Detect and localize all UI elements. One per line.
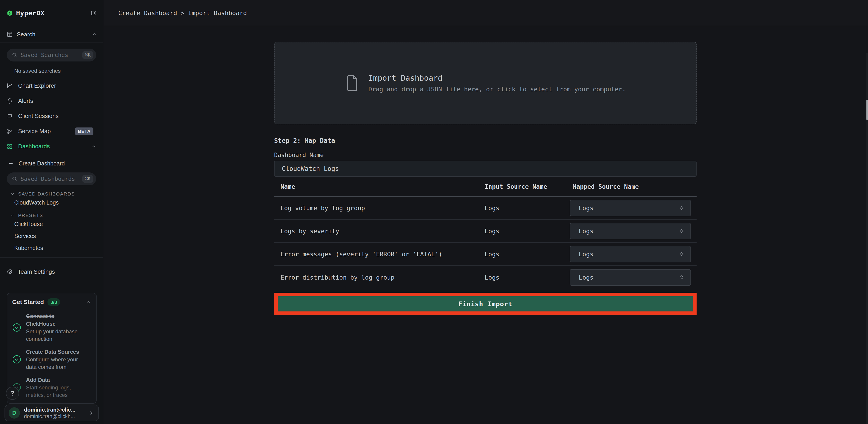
mapped-source-value: Logs — [579, 204, 678, 211]
get-started-item-add-data[interactable]: Add Data Start sending logs, metrics, or… — [12, 376, 96, 399]
get-started-item-title: Create Data Sources — [26, 348, 83, 356]
saved-searches-searchbox[interactable]: ⌘K — [7, 48, 96, 62]
column-header-input-source: Input Source Name — [485, 183, 570, 190]
breadcrumb: Create Dashboard > Import Dashboard — [118, 9, 247, 17]
search-section-icon — [7, 31, 13, 37]
sidebar-item-chart-explorer[interactable]: Chart Explorer — [0, 78, 103, 93]
chevron-up-icon — [86, 299, 91, 305]
create-dashboard-label: Create Dashboard — [19, 160, 65, 167]
chart-name-cell: Log volume by log group — [274, 204, 485, 211]
mapped-source-value: Logs — [579, 251, 678, 258]
select-updown-icon — [678, 228, 685, 234]
sidebar-item-alerts[interactable]: Alerts — [0, 93, 103, 108]
get-started-item-sources[interactable]: Create Data Sources Configure where your… — [12, 348, 96, 371]
chevron-down-icon — [10, 191, 15, 196]
select-updown-icon — [678, 204, 685, 211]
group-presets[interactable]: PRESETS — [10, 213, 103, 218]
topbar: Create Dashboard > Import Dashboard — [104, 0, 868, 26]
preset-kubernetes[interactable]: Kubernetes — [0, 242, 103, 254]
get-started-title: Get Started — [12, 299, 44, 305]
main-content: Import Dashboard Drag and drop a JSON fi… — [104, 27, 868, 424]
input-source-cell: Logs — [485, 251, 570, 258]
logo-text: HyperDX — [16, 9, 44, 17]
plus-icon — [8, 161, 13, 166]
breadcrumb-create-dashboard[interactable]: Create Dashboard — [118, 9, 177, 17]
input-source-cell: Logs — [485, 228, 570, 235]
get-started-item-title: Connect to ClickHouse — [26, 312, 83, 328]
sidebar: HyperDX Search ⌘K No saved searches — [0, 0, 103, 424]
breadcrumb-import-dashboard[interactable]: Import Dashboard — [188, 9, 247, 17]
check-circle-icon — [12, 323, 21, 332]
user-email: dominic.tran@clickh... — [24, 413, 84, 420]
collapse-sidebar-icon[interactable] — [91, 10, 97, 16]
hyperdx-logo[interactable]: HyperDX — [7, 9, 44, 17]
dashboards-icon — [7, 143, 13, 150]
group-saved-dashboards[interactable]: SAVED DASHBOARDS — [10, 191, 103, 197]
sidebar-nav: Chart Explorer Alerts Client Sessions — [0, 78, 103, 154]
team-settings-button[interactable]: Team Settings — [0, 264, 103, 280]
hyperdx-logo-icon — [7, 10, 13, 16]
sidebar-header: HyperDX — [0, 0, 103, 26]
mapped-source-select[interactable]: Logs — [570, 269, 691, 286]
sidebar-item-label: Dashboards — [18, 143, 50, 150]
mapped-source-value: Logs — [579, 228, 678, 235]
column-header-mapped-source: Mapped Source Name — [570, 183, 696, 190]
sidebar-section-search[interactable]: Search — [0, 26, 103, 43]
step-label: Step 2: Map Data — [274, 137, 696, 144]
create-dashboard-button[interactable]: Create Dashboard — [0, 154, 103, 172]
preset-clickhouse[interactable]: ClickHouse — [0, 218, 103, 230]
no-saved-searches-text: No saved searches — [14, 68, 103, 74]
file-icon — [345, 74, 360, 93]
sidebar-item-service-map[interactable]: Service Map BETA — [0, 124, 103, 139]
check-circle-icon — [12, 355, 21, 364]
bell-icon — [7, 98, 13, 104]
dashboard-name-label: Dashboard Name — [274, 152, 696, 158]
table-header-row: Name Input Source Name Mapped Source Nam… — [274, 177, 696, 197]
user-menu[interactable]: D dominic.tran@clic... dominic.tran@clic… — [4, 404, 99, 421]
mapped-source-select[interactable]: Logs — [570, 246, 691, 262]
divider — [0, 257, 103, 258]
scrollbar-thumb[interactable] — [866, 100, 868, 120]
avatar: D — [9, 407, 20, 419]
get-started-item-connect[interactable]: Connect to ClickHouse Set up your databa… — [12, 312, 96, 343]
search-icon — [12, 52, 18, 58]
sidebar-item-label: Service Map — [18, 128, 51, 135]
group-label: SAVED DASHBOARDS — [18, 191, 75, 197]
get-started-item-subtitle: Set up your database connection — [26, 328, 83, 343]
search-icon — [12, 176, 18, 182]
dropzone-subtitle: Drag and drop a JSON file here, or click… — [368, 86, 626, 93]
sidebar-item-label: Chart Explorer — [18, 82, 56, 89]
chevron-up-icon — [92, 32, 97, 37]
import-dropzone[interactable]: Import Dashboard Drag and drop a JSON fi… — [274, 42, 696, 124]
get-started-item-subtitle: Configure where your data comes from — [26, 356, 83, 371]
get-started-header[interactable]: Get Started 3/3 — [12, 297, 96, 307]
beta-badge: BETA — [75, 128, 93, 135]
saved-dashboard-cloudwatch-logs[interactable]: CloudWatch Logs — [0, 197, 103, 208]
sidebar-item-client-sessions[interactable]: Client Sessions — [0, 108, 103, 124]
finish-import-button[interactable]: Finish Import — [278, 296, 693, 312]
help-button[interactable]: ? — [6, 387, 19, 400]
preset-services[interactable]: Services — [0, 230, 103, 242]
saved-dashboards-input[interactable] — [21, 175, 79, 182]
dashboard-name-input[interactable] — [274, 161, 696, 177]
mapped-source-select[interactable]: Logs — [570, 200, 691, 216]
saved-searches-input[interactable] — [21, 52, 79, 58]
sidebar-item-label: Client Sessions — [18, 112, 59, 120]
shortcut-chip: ⌘K — [82, 175, 93, 183]
breadcrumb-separator: > — [181, 9, 184, 17]
service-map-icon — [7, 128, 13, 134]
get-started-item-subtitle: Start sending logs, metrics, or traces — [26, 384, 83, 399]
sidebar-item-dashboards[interactable]: Dashboards — [0, 139, 103, 154]
source-mapping-table: Name Input Source Name Mapped Source Nam… — [274, 177, 696, 289]
saved-dashboards-searchbox[interactable]: ⌘K — [7, 172, 96, 185]
chevron-right-icon — [88, 410, 94, 416]
user-name: dominic.tran@clic... — [24, 406, 84, 413]
table-row: Logs by severity Logs Logs — [274, 220, 696, 243]
select-updown-icon — [678, 251, 685, 257]
scrollbar-track[interactable] — [866, 53, 868, 424]
table-row: Log volume by log group Logs Logs — [274, 197, 696, 220]
laptop-icon — [7, 113, 13, 119]
get-started-panel: Get Started 3/3 Connect to ClickHouse Se… — [7, 293, 97, 404]
mapped-source-select[interactable]: Logs — [570, 223, 691, 239]
input-source-cell: Logs — [485, 204, 570, 211]
